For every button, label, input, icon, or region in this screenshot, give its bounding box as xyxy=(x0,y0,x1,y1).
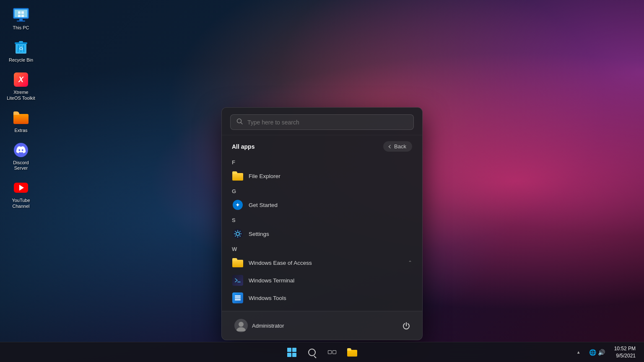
user-info[interactable]: Administrator xyxy=(230,316,288,335)
desktop-icon-extras[interactable]: Extras xyxy=(4,107,38,136)
this-pc-label: This PC xyxy=(13,25,29,31)
clock-display[interactable]: 10:52 PM 9/5/2021 xyxy=(611,344,639,361)
windows-logo-icon xyxy=(287,348,296,357)
user-name: Administrator xyxy=(252,323,284,329)
discord-icon xyxy=(13,142,29,158)
taskview-icon xyxy=(328,350,336,354)
extras-icon xyxy=(13,109,29,126)
taskbar-center xyxy=(283,344,361,361)
svg-point-36 xyxy=(236,327,246,331)
settings-icon xyxy=(232,228,244,240)
get-started-icon: ✦ xyxy=(232,199,244,211)
tray-icons-area[interactable]: ▲ xyxy=(574,348,583,356)
app-name-file-explorer: File Explorer xyxy=(249,173,280,179)
user-avatar xyxy=(234,319,248,332)
windows-terminal-icon xyxy=(232,274,244,286)
taskbar-taskview-button[interactable] xyxy=(324,344,340,361)
svg-rect-2 xyxy=(19,19,23,21)
chevron-left-icon xyxy=(389,145,392,148)
start-menu: All apps Back F File Explorer G ✦ Get St… xyxy=(221,107,423,340)
tray-expand-icon: ▲ xyxy=(576,350,581,354)
taskbar-folder-icon xyxy=(347,348,357,357)
svg-rect-1 xyxy=(15,10,27,17)
xtreme-label: XtremeLiteOS Toolkit xyxy=(7,90,35,101)
desktop-icon-youtube[interactable]: YouTubeChannel xyxy=(4,177,38,211)
chevron-down-icon: ⌃ xyxy=(408,260,412,266)
svg-rect-7 xyxy=(21,15,24,17)
recycle-bin-icon: ♻ xyxy=(13,39,29,56)
start-search-area xyxy=(222,108,422,135)
search-icon xyxy=(236,118,243,126)
taskbar-file-explorer-button[interactable] xyxy=(344,344,361,361)
file-explorer-icon xyxy=(232,170,244,182)
all-apps-header: All apps Back xyxy=(222,135,422,156)
svg-rect-15 xyxy=(19,41,23,42)
svg-rect-3 xyxy=(17,21,25,22)
app-name-windows-tools: Windows Tools xyxy=(249,295,286,301)
svg-point-35 xyxy=(239,322,244,327)
app-item-windows-ease[interactable]: Windows Ease of Access ⌃ xyxy=(229,254,415,272)
section-letter-w: W xyxy=(229,243,415,254)
start-footer: Administrator xyxy=(222,311,422,340)
desktop-icon-discord[interactable]: DiscordServer xyxy=(4,139,38,173)
svg-rect-33 xyxy=(235,297,241,299)
search-bar[interactable] xyxy=(230,114,414,130)
taskbar: ▲ 🌐 🔊 10:52 PM 9/5/2021 xyxy=(0,342,644,362)
apps-list: F File Explorer G ✦ Get Started S xyxy=(222,156,422,311)
desktop-icons: This PC ♻ Recycle Bin xyxy=(4,4,38,212)
network-tray[interactable]: 🌐 🔊 xyxy=(587,347,608,357)
taskbar-search-button[interactable] xyxy=(304,344,320,361)
windows-ease-icon xyxy=(232,257,244,269)
svg-text:♻: ♻ xyxy=(19,46,23,52)
svg-rect-4 xyxy=(18,11,21,14)
clock-time: 10:52 PM xyxy=(614,345,636,352)
svg-line-12 xyxy=(23,45,24,52)
recycle-bin-label: Recycle Bin xyxy=(9,57,33,63)
svg-rect-5 xyxy=(21,11,24,14)
svg-rect-6 xyxy=(18,15,21,17)
section-letter-s: S xyxy=(229,214,415,225)
this-pc-icon xyxy=(13,7,29,23)
taskbar-search-icon xyxy=(308,349,316,356)
app-name-get-started: Get Started xyxy=(249,202,278,208)
discord-label: DiscordServer xyxy=(13,160,29,171)
clock-date: 9/5/2021 xyxy=(614,352,636,359)
app-name-windows-terminal: Windows Terminal xyxy=(249,277,294,284)
desktop-icon-recycle-bin[interactable]: ♻ Recycle Bin xyxy=(4,36,38,65)
extras-label: Extras xyxy=(14,128,27,133)
desktop-icon-xtreme[interactable]: X XtremeLiteOS Toolkit xyxy=(4,69,38,103)
section-letter-f: F xyxy=(229,156,415,167)
xtreme-icon: X xyxy=(13,71,29,88)
app-item-file-explorer[interactable]: File Explorer xyxy=(229,167,415,185)
volume-icon: 🔊 xyxy=(598,349,605,356)
app-item-settings[interactable]: Settings xyxy=(229,225,415,243)
power-button[interactable] xyxy=(399,318,414,333)
desktop-icon-this-pc[interactable]: This PC xyxy=(4,4,38,33)
svg-line-18 xyxy=(241,123,243,124)
all-apps-title: All apps xyxy=(232,143,254,150)
svg-rect-32 xyxy=(235,295,241,297)
search-input[interactable] xyxy=(247,119,408,126)
youtube-label: YouTubeChannel xyxy=(12,198,30,209)
svg-text:✦: ✦ xyxy=(235,202,240,208)
app-item-get-started[interactable]: ✦ Get Started xyxy=(229,196,415,214)
taskbar-right: ▲ 🌐 🔊 10:52 PM 9/5/2021 xyxy=(574,344,639,361)
app-name-settings: Settings xyxy=(249,231,269,237)
windows-tools-icon xyxy=(232,292,244,304)
youtube-icon xyxy=(13,179,29,196)
start-button[interactable] xyxy=(283,344,300,361)
app-item-windows-tools[interactable]: Windows Tools xyxy=(229,289,415,307)
back-button[interactable]: Back xyxy=(383,141,412,152)
svg-rect-34 xyxy=(235,299,241,300)
app-name-windows-ease: Windows Ease of Access xyxy=(249,260,312,266)
section-letter-g: G xyxy=(229,185,415,196)
app-item-windows-terminal[interactable]: Windows Terminal xyxy=(229,272,415,289)
network-icon: 🌐 xyxy=(589,349,596,356)
